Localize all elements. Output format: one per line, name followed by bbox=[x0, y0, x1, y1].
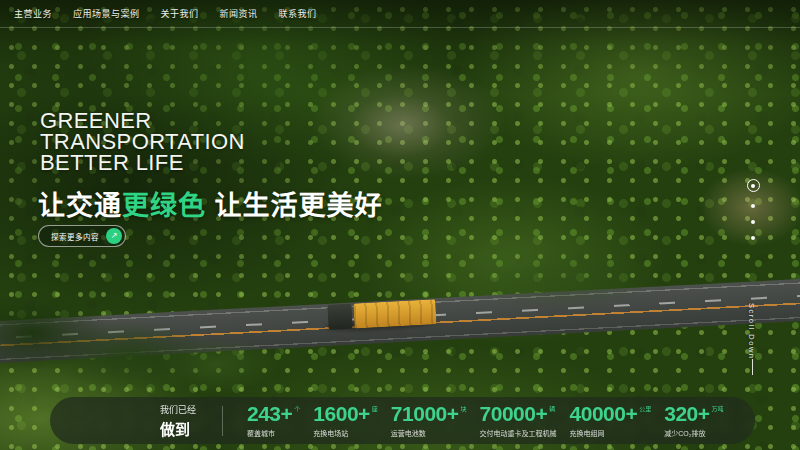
stat-unit: 座 bbox=[372, 404, 378, 413]
arrow-up-right-icon: ↗ bbox=[111, 232, 118, 240]
truck-cab bbox=[327, 304, 352, 330]
stat-label: 交付电动重卡及工程机械 bbox=[480, 428, 557, 438]
nav-item-main-business[interactable]: 主营业务 bbox=[14, 7, 52, 20]
stats-intro-large: 做到 bbox=[160, 418, 196, 439]
truck bbox=[327, 297, 438, 333]
forest-aerial-background bbox=[0, 0, 800, 450]
title-line-3: BETTER LIFE bbox=[40, 152, 245, 173]
page-title: GREENER TRANSPORTATION BETTER LIFE bbox=[40, 110, 245, 173]
stat-value: 320+ bbox=[664, 403, 709, 425]
nav-divider-line bbox=[0, 27, 800, 28]
pager-dot-3[interactable] bbox=[751, 220, 755, 224]
stat-unit: 辆 bbox=[549, 404, 555, 413]
slide-pagination bbox=[746, 179, 760, 240]
stat-unit: 万吨 bbox=[712, 404, 724, 413]
truck-trailer bbox=[353, 299, 436, 328]
title-line-1: GREENER bbox=[40, 110, 245, 131]
stats-intro-small: 我们已经 bbox=[160, 403, 196, 416]
subtitle-suffix: 让生活更美好 bbox=[206, 191, 383, 221]
subtitle-prefix: 让交通 bbox=[38, 191, 122, 221]
nav-item-about-us[interactable]: 关于我们 bbox=[161, 7, 199, 20]
pager-dot-2[interactable] bbox=[751, 204, 755, 208]
stat-value: 71000+ bbox=[391, 403, 459, 425]
hero-section: 主营业务 应用场景与案例 关于我们 新闻资讯 联系我们 GREENER TRAN… bbox=[0, 0, 800, 450]
scroll-down-label: Scroll Down bbox=[747, 303, 756, 360]
stat-covered-cities: 243+ 个 覆盖城市 bbox=[247, 403, 300, 438]
stat-label: 充换电组网 bbox=[570, 428, 652, 438]
scroll-down-line bbox=[752, 359, 753, 375]
explore-more-button[interactable]: 探索更多内容 ↗ bbox=[38, 225, 126, 247]
title-line-2: TRANSPORTATION bbox=[40, 131, 245, 152]
nav-item-contact-us[interactable]: 联系我们 bbox=[279, 7, 317, 20]
stat-co2-reduction: 320+ 万吨 减少CO₂排放 bbox=[664, 403, 723, 438]
stats-bar: 我们已经 做到 243+ 个 覆盖城市 1600+ 座 充换电场站 bbox=[50, 397, 755, 444]
stat-value: 1600+ bbox=[313, 403, 369, 425]
stat-label: 覆盖城市 bbox=[247, 428, 300, 438]
stat-value: 70000+ bbox=[480, 403, 548, 425]
stats-row: 243+ 个 覆盖城市 1600+ 座 充换电场站 71000+ 块 运营电池数 bbox=[247, 403, 724, 438]
stat-operating-batteries: 71000+ 块 运营电池数 bbox=[391, 403, 467, 438]
nav-item-news[interactable]: 新闻资讯 bbox=[220, 7, 258, 20]
stat-delivered-trucks: 70000+ 辆 交付电动重卡及工程机械 bbox=[480, 403, 557, 438]
arrow-circle: ↗ bbox=[106, 228, 122, 244]
top-nav: 主营业务 应用场景与案例 关于我们 新闻资讯 联系我们 bbox=[0, 0, 800, 27]
stat-label: 运营电池数 bbox=[391, 428, 467, 438]
stat-value: 243+ bbox=[247, 403, 292, 425]
stat-unit: 公里 bbox=[639, 404, 651, 413]
stat-label: 减少CO₂排放 bbox=[664, 428, 723, 438]
stat-value: 40000+ bbox=[570, 403, 638, 425]
page-subtitle: 让交通更绿色 让生活更美好 bbox=[38, 184, 383, 223]
stat-unit: 个 bbox=[294, 404, 300, 413]
subtitle-highlight: 更绿色 bbox=[122, 191, 206, 221]
pager-dot-active[interactable] bbox=[747, 179, 760, 192]
stat-unit: 块 bbox=[461, 404, 467, 413]
stat-label: 充换电场站 bbox=[313, 428, 378, 438]
stats-divider bbox=[222, 406, 223, 436]
stats-intro: 我们已经 做到 bbox=[160, 403, 196, 439]
explore-more-label: 探索更多内容 bbox=[51, 231, 99, 242]
stat-network-km: 40000+ 公里 充换电组网 bbox=[570, 403, 652, 438]
nav-item-use-cases[interactable]: 应用场景与案例 bbox=[73, 7, 140, 20]
stat-charging-stations: 1600+ 座 充换电场站 bbox=[313, 403, 378, 438]
pager-dot-4[interactable] bbox=[751, 236, 755, 240]
